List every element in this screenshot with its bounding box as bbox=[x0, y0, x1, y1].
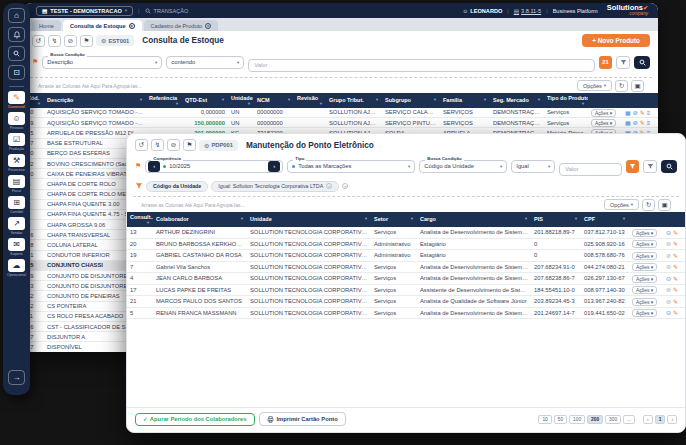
list-icon[interactable]: ≡ bbox=[647, 120, 651, 126]
column-header-tipo-do-produto[interactable]: Tipo do Produto▼ bbox=[544, 93, 588, 108]
row-actions-button[interactable]: Ações ▾ bbox=[632, 286, 657, 294]
remove-filter-icon[interactable]: × bbox=[326, 183, 332, 189]
sidebar-item-suporte[interactable]: ✉Suporte bbox=[8, 238, 25, 256]
columns-icon[interactable]: ▣ bbox=[631, 80, 644, 92]
page-size-300[interactable]: 300 bbox=[605, 415, 621, 424]
options-button[interactable]: Opções ▾ bbox=[577, 80, 612, 91]
history-icon[interactable]: ↺ bbox=[32, 35, 45, 47]
filter-funnel-icon[interactable]: ▼ bbox=[240, 216, 244, 221]
filter-funnel-icon[interactable]: ▼ bbox=[319, 101, 323, 106]
row-actions-button[interactable]: Ações ▾ bbox=[632, 275, 657, 283]
edit-icon[interactable]: ✎ bbox=[673, 253, 678, 259]
search-operator-select[interactable]: contendo ▾ bbox=[166, 56, 244, 69]
page-size-50[interactable]: 50 bbox=[554, 415, 567, 424]
filter-pin-icon[interactable]: ⚑ bbox=[32, 58, 38, 66]
column-header-descric-a-o[interactable]: Descrição▼ bbox=[44, 93, 146, 108]
history-icon[interactable]: ↺ bbox=[135, 139, 148, 151]
column-header-refere-ncia[interactable]: Referência▼ bbox=[146, 93, 182, 108]
filter-funnel-icon[interactable]: ▼ bbox=[247, 101, 251, 106]
table-row[interactable]: 20BRUNO BARBOSSA KERKHOVENSOLLUTION TECN… bbox=[127, 238, 685, 250]
filter-funnel-icon[interactable]: ▼ bbox=[375, 97, 379, 102]
table-row[interactable]: 21MARCOS PAULO DOS SANTOSSOLLUTION TECNO… bbox=[127, 296, 685, 308]
column-header-setor[interactable]: Setor▼ bbox=[371, 212, 417, 227]
tab-home[interactable]: Home bbox=[32, 20, 61, 31]
row-actions-button[interactable]: Ações ▾ bbox=[632, 263, 657, 271]
filter-funnel-icon[interactable]: ▼ bbox=[524, 216, 528, 221]
logout-icon[interactable]: → bbox=[8, 370, 25, 385]
row-actions-button[interactable]: Ações ▾ bbox=[591, 109, 616, 117]
filter-field-chip[interactable]: Código da Unidade bbox=[146, 181, 208, 192]
filter-funnel-icon[interactable]: ▼ bbox=[287, 97, 291, 102]
page-size-100[interactable]: 100 bbox=[569, 415, 585, 424]
row-actions-button[interactable]: Ações ▾ bbox=[591, 119, 616, 127]
tipo-select[interactable]: Todas as Marcações ▾ bbox=[287, 160, 415, 173]
next-page-icon[interactable]: › bbox=[667, 415, 677, 424]
prev-month-button[interactable]: ‹ bbox=[148, 161, 160, 172]
filter-value-chip[interactable]: Igual: Sollution Tecnologia Corporativa … bbox=[211, 181, 339, 192]
column-header-seg-mercado[interactable]: Seg. Mercado▼ bbox=[490, 93, 544, 108]
column-header-pis[interactable]: PIS▼ bbox=[531, 212, 581, 227]
column-header-revisa-o[interactable]: Revisão▼ bbox=[294, 93, 326, 108]
sidebar-item-produc-a-o[interactable]: ☑Produção bbox=[8, 133, 25, 151]
row-actions-button[interactable]: Ações ▾ bbox=[632, 229, 657, 237]
filter-funnel-icon[interactable]: ▼ bbox=[175, 101, 179, 106]
column-header-ncm[interactable]: NCM▼ bbox=[254, 93, 294, 108]
tab-cadastro-de-produto[interactable]: Cadastro de Produto× bbox=[144, 20, 219, 31]
clear-filters-icon[interactable] bbox=[643, 160, 657, 173]
sidebar-item-vendas[interactable]: ↗Vendas bbox=[8, 217, 25, 235]
options-button[interactable]: Opções ▾ bbox=[604, 199, 639, 210]
filter-funnel-icon[interactable]: ▼ bbox=[364, 216, 368, 221]
column-header-unidade[interactable]: Unidade▼ bbox=[228, 93, 254, 108]
column-header-colaborador[interactable]: Colaborador▼ bbox=[153, 212, 247, 227]
row-actions-button[interactable]: Ações ▾ bbox=[632, 240, 657, 248]
refresh-icon[interactable]: ↻ bbox=[642, 199, 655, 211]
table-row[interactable]: 19AQUISIÇÃO SERVIÇO TOMADO - PINTURA150,… bbox=[24, 118, 658, 128]
user-menu[interactable]: ☺ LEONARDO bbox=[463, 8, 503, 14]
row-actions-button[interactable]: Ações ▾ bbox=[632, 252, 657, 260]
edit-icon[interactable]: ✎ bbox=[640, 110, 645, 116]
prev-page-icon[interactable]: ‹ bbox=[643, 415, 653, 424]
filter-funnel-icon[interactable]: ▼ bbox=[146, 220, 150, 225]
table-row[interactable]: 17LUCAS PAPKE DE FREITASSOLLUTION TECNOL… bbox=[127, 284, 685, 296]
edit-icon[interactable]: ✎ bbox=[640, 120, 645, 126]
eye-icon[interactable]: ⊙ bbox=[666, 276, 671, 282]
bell-icon[interactable] bbox=[8, 27, 25, 42]
clear-all-filters-icon[interactable]: × bbox=[342, 183, 348, 189]
filter-funnel-icon[interactable]: ▼ bbox=[581, 101, 585, 106]
column-header-qtd-est[interactable]: QTD-Est▼ bbox=[182, 93, 228, 108]
filter-funnel-icon[interactable]: ▼ bbox=[410, 216, 414, 221]
table-row[interactable]: 5RENAN FRANCA MASSMANNSOLLUTION TECNOLOG… bbox=[127, 307, 685, 319]
tab-consulta-de-estoque[interactable]: Consulta de Estoque× bbox=[63, 20, 142, 31]
new-product-button[interactable]: + Novo Produto bbox=[582, 34, 650, 47]
row-actions-button[interactable]: Ações ▾ bbox=[632, 309, 657, 317]
column-header-cpf[interactable]: CPF▼ bbox=[581, 212, 629, 227]
eye-off-icon[interactable]: ⊘ bbox=[666, 287, 671, 293]
company-selector[interactable]: ▤ TESTE - DEMONSTRACAO ▾ bbox=[36, 6, 133, 16]
column-header-grupo-tribut[interactable]: Grupo Tribut.▼ bbox=[326, 93, 382, 108]
table-row[interactable]: 13ARTHUR DEZINGRINISOLLUTION TECNOLOGIA … bbox=[127, 227, 685, 239]
columns-icon[interactable]: ▣ bbox=[658, 199, 671, 211]
apurar-periodo-button[interactable]: ✓ Apurar Período dos Colaboradores bbox=[135, 413, 255, 426]
search-value-input[interactable] bbox=[248, 59, 595, 72]
filter-funnel-icon[interactable]: ▼ bbox=[221, 97, 225, 102]
filter-count-badge[interactable] bbox=[626, 160, 639, 173]
filter-funnel-icon[interactable]: ▼ bbox=[37, 101, 41, 106]
sidebar-item-comercial[interactable]: ✎Comercial bbox=[8, 91, 25, 109]
filter-funnel-icon[interactable]: ▼ bbox=[622, 216, 626, 221]
eye-icon[interactable]: ⊘ bbox=[633, 110, 638, 116]
clear-filters-icon[interactable] bbox=[616, 56, 630, 69]
edit-icon[interactable]: ✎ bbox=[673, 264, 678, 270]
flash-icon[interactable]: ↯ bbox=[48, 35, 61, 47]
eye-off-icon[interactable]: ⊘ bbox=[666, 299, 671, 305]
page-size-200[interactable]: 200 bbox=[587, 415, 603, 424]
edit-icon[interactable]: ✎ bbox=[673, 230, 678, 236]
edit-icon[interactable]: ✎ bbox=[673, 287, 678, 293]
table-row[interactable]: 4JEAN CARLO BARBOSASOLLUTION TECNOLOGIA … bbox=[127, 273, 685, 285]
filter-funnel-icon[interactable]: ▼ bbox=[483, 97, 487, 102]
sidebar-item-operacional[interactable]: ☁Operacional bbox=[7, 259, 26, 277]
imprimir-cartao-button[interactable]: Imprimir Cartão Ponto bbox=[259, 412, 346, 426]
version-link[interactable]: ▤ 3.8.11-5 bbox=[514, 8, 541, 14]
eye-icon[interactable]: ⊙ bbox=[666, 310, 671, 316]
transaction-search[interactable]: TRANSAÇÃO bbox=[145, 8, 189, 14]
search-field-select[interactable]: Descrição ▾ bbox=[42, 56, 162, 69]
